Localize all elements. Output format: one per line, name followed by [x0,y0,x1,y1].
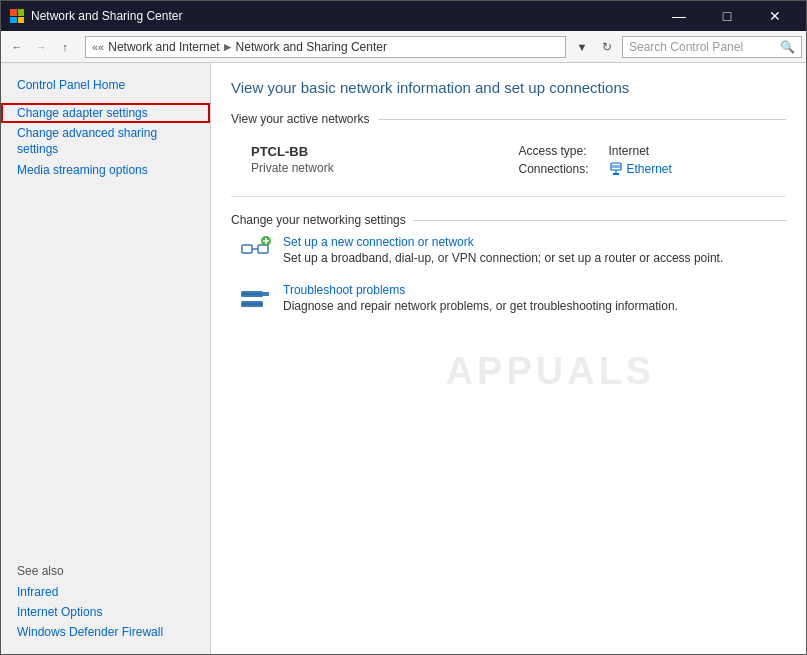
change-settings-header-row: Change your networking settings [231,213,786,227]
up-button[interactable]: ↑ [53,35,77,59]
ethernet-icon [609,162,623,176]
active-networks-label: View your active networks [231,112,370,126]
access-type-value: Internet [609,144,650,158]
network-name: PTCL-BB [251,144,519,159]
new-connection-text: Set up a new connection or network Set u… [283,235,723,265]
back-button[interactable]: ← [5,35,29,59]
access-type-row: Access type: Internet [519,144,787,158]
troubleshoot-icon [239,283,271,315]
troubleshoot-desc: Diagnose and repair network problems, or… [283,299,678,313]
main-area: Control Panel Home Change adapter settin… [1,63,806,654]
close-button[interactable]: ✕ [752,1,798,31]
sidebar-change-advanced[interactable]: Change advanced sharing settings [1,123,210,160]
dropdown-button[interactable]: ▼ [570,35,594,59]
section-divider-2 [414,220,786,221]
window-title: Network and Sharing Center [31,9,656,23]
page-title: View your basic network information and … [231,79,786,96]
network-left: PTCL-BB Private network [251,144,519,180]
svg-rect-17 [261,292,269,296]
sidebar-spacer [1,180,210,556]
connections-label: Connections: [519,162,609,176]
sidebar-see-also-label: See also [1,556,210,582]
breadcrumb-separator: ► [222,40,234,54]
active-networks-header: View your active networks [231,112,786,126]
new-connection-icon [239,235,271,267]
sidebar-control-panel-home[interactable]: Control Panel Home [1,75,210,95]
watermark: APPUALS [446,350,656,393]
breadcrumb-network-internet[interactable]: Network and Internet [108,40,219,54]
address-bar: ← → ↑ «« Network and Internet ► Network … [1,31,806,63]
title-bar: Network and Sharing Center — □ ✕ [1,1,806,31]
sidebar-change-adapter[interactable]: Change adapter settings [1,103,210,123]
content-area: APPUALS View your basic network informat… [211,63,806,654]
connections-value: Ethernet [627,162,672,176]
minimize-button[interactable]: — [656,1,702,31]
network-subtype: Private network [251,161,519,175]
search-placeholder: Search Control Panel [629,40,780,54]
window-controls: — □ ✕ [656,1,798,31]
network-right: Access type: Internet Connections: [519,144,787,180]
network-info: PTCL-BB Private network Access type: Int… [231,134,786,197]
connections-row: Connections: Ethernet [519,162,787,176]
sidebar: Control Panel Home Change adapter settin… [1,63,211,654]
new-connection-item: Set up a new connection or network Set u… [231,235,786,267]
search-icon: 🔍 [780,40,795,54]
address-path: «« Network and Internet ► Network and Sh… [85,36,566,58]
svg-rect-6 [613,173,619,175]
search-box[interactable]: Search Control Panel 🔍 [622,36,802,58]
forward-button[interactable]: → [29,35,53,59]
change-settings-label: Change your networking settings [231,213,406,227]
troubleshoot-text: Troubleshoot problems Diagnose and repai… [283,283,678,313]
troubleshoot-item: Troubleshoot problems Diagnose and repai… [231,283,786,315]
sidebar-firewall[interactable]: Windows Defender Firewall [1,622,210,642]
main-window: Network and Sharing Center — □ ✕ ← → ↑ «… [0,0,807,655]
troubleshoot-link[interactable]: Troubleshoot problems [283,283,678,297]
new-connection-link[interactable]: Set up a new connection or network [283,235,723,249]
ethernet-link[interactable]: Ethernet [609,162,672,176]
svg-rect-7 [242,245,252,253]
refresh-button[interactable]: ↻ [596,36,618,58]
change-settings-section: Set up a new connection or network Set u… [231,235,786,315]
sidebar-infrared[interactable]: Infrared [1,582,210,602]
svg-rect-8 [258,245,268,253]
app-icon [9,8,25,24]
access-type-label: Access type: [519,144,609,158]
maximize-button[interactable]: □ [704,1,750,31]
sidebar-internet-options[interactable]: Internet Options [1,602,210,622]
section-divider-1 [378,119,786,120]
sidebar-media-streaming[interactable]: Media streaming options [1,160,210,180]
new-connection-desc: Set up a broadband, dial-up, or VPN conn… [283,251,723,265]
breadcrumb-current: Network and Sharing Center [236,40,387,54]
